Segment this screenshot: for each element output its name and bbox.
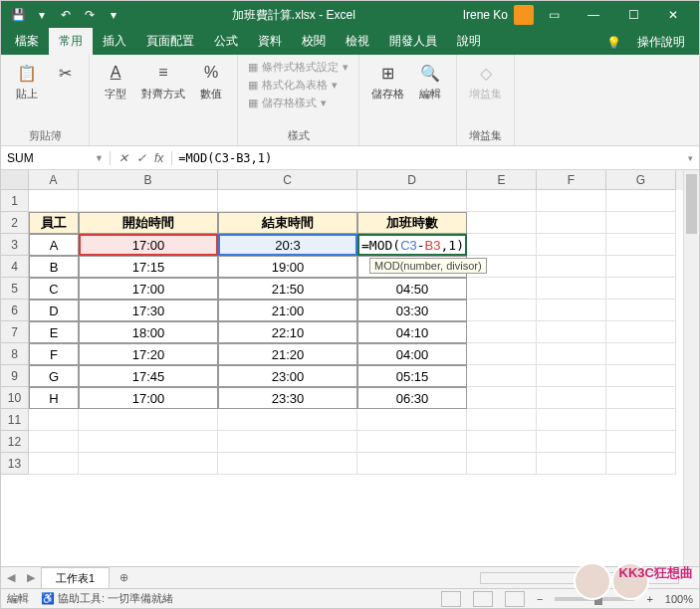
enter-formula-icon[interactable]: ✓: [136, 151, 146, 165]
select-all-corner[interactable]: [1, 170, 29, 190]
cell-G5[interactable]: [606, 278, 676, 300]
close-icon[interactable]: ✕: [653, 1, 693, 29]
paste-button[interactable]: 📋貼上: [9, 59, 45, 103]
cell-F3[interactable]: [537, 234, 606, 256]
row-header-3[interactable]: 3: [1, 234, 29, 256]
cell-B7[interactable]: 18:00: [79, 321, 218, 343]
worksheet[interactable]: ABCDEFG 12345678910111213 員工開始時間結束時間加班時數…: [1, 170, 699, 475]
cell-F6[interactable]: [537, 300, 606, 321]
sheet-nav-next[interactable]: ▶: [21, 571, 41, 584]
cell-B3[interactable]: 17:00: [79, 234, 218, 256]
formula-bar[interactable]: =MOD(C3-B3,1): [172, 151, 682, 165]
cell-G1[interactable]: [606, 190, 676, 212]
cell-styles-button[interactable]: ▦儲存格樣式 ▾: [246, 95, 350, 111]
add-sheet-button[interactable]: ⊕: [110, 571, 138, 584]
cell-B2[interactable]: 開始時間: [79, 212, 218, 234]
cell-A13[interactable]: [29, 453, 79, 475]
cell-A10[interactable]: H: [29, 387, 79, 409]
row-header-2[interactable]: 2: [1, 212, 29, 234]
cell-E7[interactable]: [467, 321, 537, 343]
cell-D10[interactable]: 06:30: [357, 387, 467, 409]
cell-G12[interactable]: [606, 431, 676, 453]
cell-E13[interactable]: [467, 453, 537, 475]
tab-insert[interactable]: 插入: [93, 28, 136, 55]
row-header-9[interactable]: 9: [1, 365, 29, 387]
cell-C4[interactable]: 19:00: [218, 256, 357, 278]
sheet-nav-prev[interactable]: ◀: [1, 571, 21, 584]
cell-G7[interactable]: [606, 321, 676, 343]
zoom-slider[interactable]: [555, 597, 634, 601]
row-header-8[interactable]: 8: [1, 343, 29, 365]
cell-A5[interactable]: C: [29, 278, 79, 300]
cell-G10[interactable]: [606, 387, 676, 409]
cell-C12[interactable]: [218, 431, 357, 453]
minimize-icon[interactable]: —: [574, 1, 613, 29]
cell-F1[interactable]: [537, 190, 606, 212]
cell-D7[interactable]: 04:10: [357, 321, 467, 343]
cell-B4[interactable]: 17:15: [79, 256, 218, 278]
expand-formula-icon[interactable]: ▾: [682, 153, 699, 163]
cell-E6[interactable]: [467, 300, 537, 321]
cell-B1[interactable]: [79, 190, 218, 212]
vertical-scrollbar[interactable]: [683, 170, 699, 566]
cell-A4[interactable]: B: [29, 256, 79, 278]
zoom-in-icon[interactable]: +: [646, 593, 652, 605]
cell-C7[interactable]: 22:10: [218, 321, 357, 343]
cell-C5[interactable]: 21:50: [218, 278, 357, 300]
cell-F10[interactable]: [537, 387, 606, 409]
tab-view[interactable]: 檢視: [336, 28, 379, 55]
scroll-thumb[interactable]: [686, 174, 697, 234]
cell-G13[interactable]: [606, 453, 676, 475]
cell-B11[interactable]: [79, 409, 218, 431]
row-header-5[interactable]: 5: [1, 278, 29, 300]
cell-D6[interactable]: 03:30: [357, 300, 467, 321]
cell-F4[interactable]: [537, 256, 606, 278]
tab-review[interactable]: 校閱: [292, 28, 336, 55]
zoom-level[interactable]: 100%: [665, 593, 693, 605]
horizontal-scrollbar[interactable]: [480, 572, 679, 584]
cell-E12[interactable]: [467, 431, 537, 453]
cell-F9[interactable]: [537, 365, 606, 387]
cell-D11[interactable]: [357, 409, 467, 431]
editing-button[interactable]: 🔍編輯: [412, 59, 448, 103]
col-header-G[interactable]: G: [606, 170, 676, 190]
tab-file[interactable]: 檔案: [5, 28, 49, 55]
cell-D12[interactable]: [357, 431, 467, 453]
row-header-4[interactable]: 4: [1, 256, 29, 278]
cell-B6[interactable]: 17:30: [79, 300, 218, 321]
cell-C1[interactable]: [218, 190, 357, 212]
cancel-formula-icon[interactable]: ✕: [118, 151, 128, 165]
cell-F5[interactable]: [537, 278, 606, 300]
tab-data[interactable]: 資料: [248, 28, 292, 55]
cell-F8[interactable]: [537, 343, 606, 365]
number-button[interactable]: %數值: [193, 59, 229, 103]
save-icon[interactable]: 💾: [7, 4, 29, 26]
cell-E11[interactable]: [467, 409, 537, 431]
user-avatar-icon[interactable]: [514, 5, 534, 25]
undo-icon[interactable]: ↶: [55, 4, 77, 26]
row-header-11[interactable]: 11: [1, 409, 29, 431]
cell-D2[interactable]: 加班時數: [357, 212, 467, 234]
cell-B10[interactable]: 17:00: [79, 387, 218, 409]
cell-A11[interactable]: [29, 409, 79, 431]
cell-D5[interactable]: 04:50: [357, 278, 467, 300]
cell-D1[interactable]: [357, 190, 467, 212]
ribbon-opts-icon[interactable]: ▭: [534, 1, 574, 29]
tab-layout[interactable]: 頁面配置: [136, 28, 204, 55]
cell-A8[interactable]: F: [29, 343, 79, 365]
cell-A7[interactable]: E: [29, 321, 79, 343]
cell-D13[interactable]: [357, 453, 467, 475]
cell-C8[interactable]: 21:20: [218, 343, 357, 365]
format-table-button[interactable]: ▦格式化為表格 ▾: [246, 77, 350, 94]
name-box[interactable]: SUM▼: [1, 151, 111, 165]
cell-A12[interactable]: [29, 431, 79, 453]
cell-E3[interactable]: [467, 234, 537, 256]
row-header-13[interactable]: 13: [1, 453, 29, 475]
tab-developer[interactable]: 開發人員: [379, 28, 447, 55]
row-header-1[interactable]: 1: [1, 190, 29, 212]
sheet-tab[interactable]: 工作表1: [41, 567, 110, 589]
cell-A2[interactable]: 員工: [29, 212, 79, 234]
cells-button[interactable]: ⊞儲存格: [367, 59, 408, 103]
cut-button[interactable]: ✂: [49, 59, 81, 87]
align-button[interactable]: ≡對齊方式: [137, 59, 189, 103]
